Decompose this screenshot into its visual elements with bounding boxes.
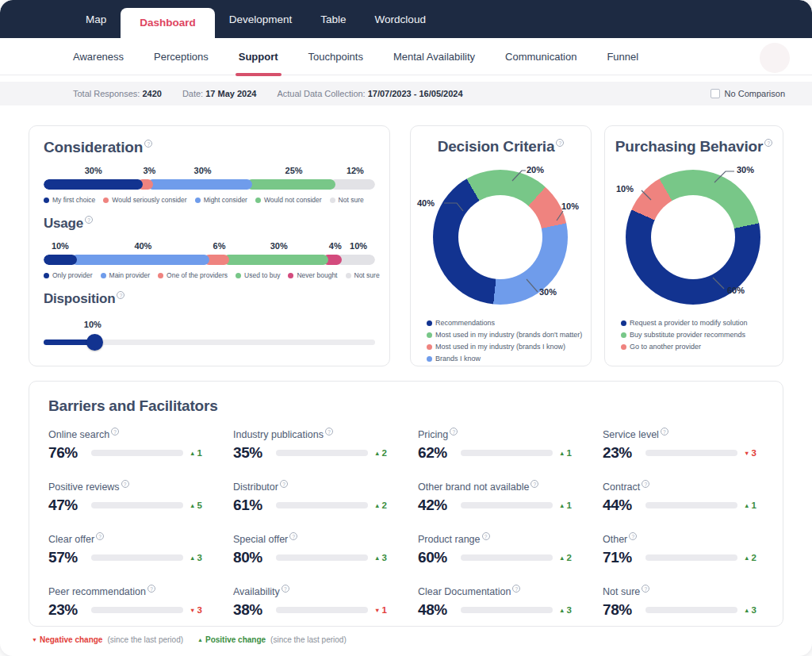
help-icon[interactable]: ? [96, 532, 104, 540]
change-indicator: ▲3 [374, 553, 387, 562]
help-icon[interactable]: ? [147, 585, 155, 593]
segment-value-label: 4% [328, 241, 342, 252]
help-icon[interactable]: ? [482, 532, 490, 540]
barrier-item: Other?71%▲2 [603, 532, 764, 566]
help-icon[interactable]: ? [629, 532, 637, 540]
subtab-awareness[interactable]: Awareness [73, 38, 124, 75]
positive-change-label: ▲Positive change [197, 635, 266, 644]
help-icon[interactable]: ? [85, 216, 93, 224]
legend-item: Would seriously consider [103, 196, 186, 204]
donut-ring [626, 170, 760, 305]
help-icon[interactable]: ? [144, 140, 152, 148]
barrier-row: 60%▲2 [418, 549, 579, 566]
legend-label: Never bought [297, 271, 337, 279]
up-triangle-icon: ▲ [744, 607, 749, 614]
subtab-funnel[interactable]: Funnel [607, 38, 638, 75]
tab-wordcloud[interactable]: Wordcloud [375, 13, 426, 25]
barrier-value: 61% [233, 497, 270, 514]
subtab-support[interactable]: Support [239, 38, 278, 75]
help-icon[interactable]: ? [289, 532, 297, 540]
legend-item: Buy substitute provider recommends [621, 331, 745, 339]
legend-label: Would seriously consider [112, 196, 186, 204]
barrier-item: Special offer?80%▲3 [233, 532, 394, 566]
help-icon[interactable]: ? [556, 139, 564, 147]
up-triangle-icon: ▲ [744, 554, 749, 562]
legend-item: Brands I know [427, 355, 481, 363]
barrier-item: Clear offer?57%▲3 [48, 532, 209, 566]
checkbox-box[interactable] [710, 89, 720, 98]
slider-value-label: 10% [84, 320, 102, 329]
up-triangle-icon: ▲ [190, 450, 195, 457]
help-icon[interactable]: ? [530, 480, 538, 488]
barrier-row: 61%▲2 [233, 497, 394, 514]
legend-dot [101, 273, 106, 278]
help-icon[interactable]: ? [642, 585, 649, 593]
no-comparison-checkbox[interactable]: No Comparison [710, 89, 785, 98]
legend-item: Request a provider to modify solution [621, 319, 748, 327]
bar-segment [336, 255, 375, 265]
slider-track[interactable] [44, 340, 375, 345]
help-icon[interactable]: ? [117, 291, 124, 299]
donut-value-label: 30% [737, 165, 754, 175]
consideration-card: Consideration? 30%3%30%25%12% My first c… [29, 125, 390, 366]
help-icon[interactable]: ? [121, 480, 129, 488]
barrier-row: 78%▲3 [603, 601, 764, 619]
legend-dot [621, 332, 626, 338]
up-triangle-icon: ▲ [190, 554, 195, 562]
help-icon[interactable]: ? [661, 428, 668, 435]
help-icon[interactable]: ? [512, 585, 520, 593]
change-indicator: ▲3 [190, 553, 202, 562]
help-icon[interactable]: ? [450, 428, 458, 435]
positive-change-note: (since the last period) [270, 635, 347, 644]
slider-knob[interactable] [86, 334, 103, 351]
barrier-bar-track [645, 554, 737, 561]
legend-item: Go to another provider [621, 343, 701, 351]
bar-segment [247, 179, 335, 190]
legend-item: Recommendations [427, 319, 495, 327]
help-icon[interactable]: ? [280, 480, 288, 488]
barrier-item: Positive reviews?47%▲5 [48, 480, 209, 514]
stacked-bar [44, 255, 375, 265]
legend-dot [44, 273, 49, 278]
change-indicator: ▲2 [559, 553, 572, 562]
help-icon[interactable]: ? [111, 428, 119, 435]
dashboard-page: Map Dashboard Development Table Wordclou… [0, 0, 812, 656]
barrier-bar-track [91, 607, 183, 613]
barrier-value: 78% [603, 601, 639, 619]
subtab-perceptions[interactable]: Perceptions [154, 38, 209, 75]
legend-item: My first choice [44, 196, 95, 204]
subtab-mental-availability[interactable]: Mental Availability [393, 38, 475, 75]
barrier-item: Product range?60%▲2 [418, 532, 579, 566]
barrier-row: 76%▲1 [48, 444, 209, 462]
top-navigation: Map Dashboard Development Table Wordclou… [0, 0, 812, 38]
barrier-label: Industry publications? [233, 428, 394, 440]
barrier-value: 62% [418, 444, 454, 462]
change-indicator: ▲1 [190, 448, 202, 458]
help-icon[interactable]: ? [642, 480, 649, 488]
up-triangle-icon: ▲ [374, 554, 380, 562]
subtab-support-label: Support [239, 51, 278, 63]
purchasing-behavior-card: Purchasing Behavior? 30%10%60% Request a… [604, 125, 783, 366]
data-collection-range: Actual Data Collection:17/07/2023 - 16/0… [277, 89, 462, 98]
tab-dashboard[interactable]: Dashboard [121, 8, 215, 38]
data-collection-value: 17/07/2023 - 16/05/2024 [368, 89, 463, 98]
help-icon[interactable]: ? [282, 585, 289, 593]
help-icon[interactable]: ? [325, 428, 333, 435]
donut-value-label: 10% [561, 201, 579, 211]
subtab-touchpoints[interactable]: Touchpoints [308, 38, 363, 75]
barrier-bar-track [461, 607, 553, 613]
subtab-communication[interactable]: Communication [505, 38, 576, 75]
legend-label: Main provider [109, 271, 151, 279]
barrier-value: 57% [48, 549, 85, 566]
tab-development[interactable]: Development [229, 13, 293, 25]
tab-table[interactable]: Table [320, 13, 346, 25]
help-icon[interactable]: ? [764, 139, 772, 147]
legend-label: Request a provider to modify solution [630, 319, 748, 327]
segment-value-label: 10% [342, 241, 375, 252]
legend-item: Would not consider [255, 196, 322, 204]
segment-value-label: 30% [229, 241, 328, 252]
usage-title: Usage? [44, 216, 375, 232]
legend-dot [255, 198, 261, 203]
tab-map[interactable]: Map [86, 13, 106, 25]
legend-item: Not sure [330, 196, 364, 204]
